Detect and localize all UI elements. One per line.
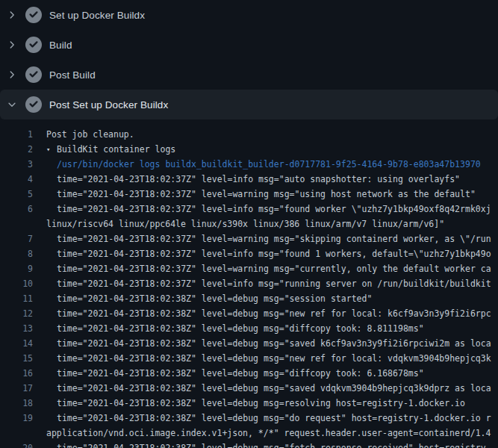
chevron-down-icon[interactable] [6, 99, 18, 111]
log-line-text: /usr/bin/docker logs buildx_buildkit_bui… [57, 157, 481, 172]
step-row-post-set-up-docker-buildx[interactable]: Post Set up Docker Buildx [0, 90, 498, 119]
log-line: 10 time="2021-04-23T18:02:37Z" level=inf… [0, 276, 498, 291]
log-line-text: time="2021-04-23T18:02:38Z" level=debug … [57, 351, 491, 366]
step-label: Build [49, 40, 72, 51]
log-line: 13 time="2021-04-23T18:02:38Z" level=deb… [0, 321, 498, 336]
log-line-text: time="2021-04-23T18:02:37Z" level=info m… [57, 172, 460, 187]
log-line-text: application/vnd.oci.image.index.v1+json,… [46, 426, 491, 441]
log-line-number[interactable]: 11 [0, 291, 33, 306]
log-line: linux/riscv64 linux/ppc64le linux/s390x … [0, 217, 498, 231]
step-row-build[interactable]: Build [0, 30, 498, 60]
group-toggle-icon[interactable]: ▾ [46, 142, 57, 157]
actions-log-viewer: Set up Docker Buildx Build [0, 0, 498, 448]
log-line-text: linux/riscv64 linux/ppc64le linux/s390x … [46, 217, 444, 231]
log-line-number[interactable]: 14 [0, 336, 33, 351]
check-circle-icon [25, 96, 42, 113]
log-line: 2 ▾ BuildKit container logs [0, 142, 498, 157]
log-line: 15 time="2021-04-23T18:02:38Z" level=deb… [0, 351, 498, 366]
log-line-text: time="2021-04-23T18:02:38Z" level=debug … [57, 366, 424, 381]
log-line-number[interactable]: 17 [0, 381, 33, 396]
log-line: 5 time="2021-04-23T18:02:37Z" level=warn… [0, 187, 498, 202]
step-row-post-build[interactable]: Post Build [0, 60, 498, 90]
log-pane: 1 Post job cleanup. 2 ▾ BuildKit contain… [0, 119, 498, 448]
step-label: Post Build [49, 69, 96, 81]
chevron-right-icon[interactable] [6, 39, 18, 51]
log-line-number[interactable]: 8 [0, 246, 33, 261]
log-line: 16 time="2021-04-23T18:02:38Z" level=deb… [0, 366, 498, 381]
log-line-text: time="2021-04-23T18:02:38Z" level=debug … [57, 441, 491, 448]
log-line-text: BuildKit container logs [57, 142, 175, 157]
log-line-number[interactable]: 15 [0, 351, 33, 366]
log-line-number[interactable] [0, 426, 33, 441]
log-line: 7 time="2021-04-23T18:02:37Z" level=warn… [0, 231, 498, 246]
log-line-text: time="2021-04-23T18:02:37Z" level=warnin… [57, 261, 491, 276]
log-line-text: time="2021-04-23T18:02:38Z" level=debug … [57, 411, 491, 426]
log-line: 1 Post job cleanup. [0, 127, 498, 142]
log-line-text: time="2021-04-23T18:02:38Z" level=debug … [57, 336, 491, 351]
log-line: 19 time="2021-04-23T18:02:38Z" level=deb… [0, 411, 498, 426]
log-line: 4 time="2021-04-23T18:02:37Z" level=info… [0, 172, 498, 187]
log-line: 3 /usr/bin/docker logs buildx_buildkit_b… [0, 157, 498, 172]
log-line-number[interactable]: 13 [0, 321, 33, 336]
log-line: 9 time="2021-04-23T18:02:37Z" level=warn… [0, 261, 498, 276]
log-line: 17 time="2021-04-23T18:02:38Z" level=deb… [0, 381, 498, 396]
log-line-text: time="2021-04-23T18:02:37Z" level=warnin… [57, 187, 476, 202]
log-line-text: time="2021-04-23T18:02:38Z" level=debug … [57, 306, 491, 321]
log-line-text: time="2021-04-23T18:02:37Z" level=warnin… [57, 231, 491, 246]
check-circle-icon [25, 37, 42, 53]
log-line-number[interactable]: 20 [0, 441, 33, 448]
log-line-text: time="2021-04-23T18:02:38Z" level=debug … [57, 396, 465, 411]
log-line-number[interactable]: 10 [0, 276, 33, 291]
log-line-text: time="2021-04-23T18:02:37Z" level=info m… [57, 276, 491, 291]
log-line-number[interactable]: 6 [0, 202, 33, 217]
log-line-text: time="2021-04-23T18:02:38Z" level=debug … [57, 381, 491, 396]
log-line-text: time="2021-04-23T18:02:38Z" level=debug … [57, 321, 424, 336]
log-line-number[interactable]: 7 [0, 231, 33, 246]
log-line-number[interactable] [0, 217, 33, 231]
log-line-text: time="2021-04-23T18:02:37Z" level=info m… [57, 202, 491, 217]
step-label: Set up Docker Buildx [49, 10, 145, 21]
log-line-number[interactable]: 1 [0, 127, 33, 142]
log-line-text: Post job cleanup. [46, 127, 134, 142]
log-line: 12 time="2021-04-23T18:02:38Z" level=deb… [0, 306, 498, 321]
log-line: 6 time="2021-04-23T18:02:37Z" level=info… [0, 202, 498, 217]
log-line: 18 time="2021-04-23T18:02:38Z" level=deb… [0, 396, 498, 411]
log-line-text: time="2021-04-23T18:02:37Z" level=info m… [57, 246, 491, 261]
log-line-number[interactable]: 16 [0, 366, 33, 381]
log-line-number[interactable]: 12 [0, 306, 33, 321]
log-line: application/vnd.oci.image.index.v1+json,… [0, 426, 498, 441]
chevron-right-icon[interactable] [6, 9, 18, 21]
log-line-number[interactable]: 3 [0, 157, 33, 172]
log-line: 20 time="2021-04-23T18:02:38Z" level=deb… [0, 441, 498, 448]
log-line-number[interactable]: 18 [0, 396, 33, 411]
log-line: 14 time="2021-04-23T18:02:38Z" level=deb… [0, 336, 498, 351]
check-circle-icon [25, 7, 42, 23]
log-line-number[interactable]: 2 [0, 142, 33, 157]
log-line-number[interactable]: 19 [0, 411, 33, 426]
log-line: 11 time="2021-04-23T18:02:38Z" level=deb… [0, 291, 498, 306]
chevron-right-icon[interactable] [6, 69, 18, 81]
step-row-set-up-docker-buildx[interactable]: Set up Docker Buildx [0, 0, 498, 30]
step-label: Post Set up Docker Buildx [49, 99, 168, 111]
steps-list: Set up Docker Buildx Build [0, 0, 498, 119]
log-line: 8 time="2021-04-23T18:02:37Z" level=info… [0, 246, 498, 261]
log-line-number[interactable]: 5 [0, 187, 33, 202]
check-circle-icon [25, 66, 42, 83]
log-line-text: time="2021-04-23T18:02:38Z" level=debug … [57, 291, 372, 306]
log-line-number[interactable]: 4 [0, 172, 33, 187]
log-line-number[interactable]: 9 [0, 261, 33, 276]
